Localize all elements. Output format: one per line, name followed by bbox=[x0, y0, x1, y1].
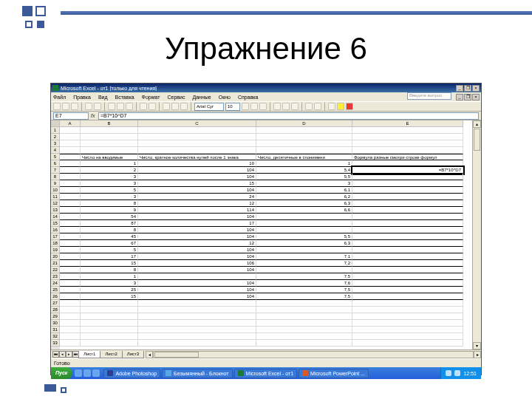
cell[interactable]: 104 bbox=[138, 187, 256, 194]
ql-icon[interactable] bbox=[75, 369, 82, 377]
cell[interactable] bbox=[60, 300, 81, 307]
cell[interactable] bbox=[60, 340, 81, 347]
cell[interactable] bbox=[60, 293, 81, 300]
cell[interactable] bbox=[352, 333, 463, 340]
row-header[interactable]: 32 bbox=[51, 333, 60, 340]
cell[interactable] bbox=[60, 194, 81, 200]
cell[interactable]: 3 bbox=[81, 280, 138, 287]
cell[interactable] bbox=[352, 320, 463, 327]
scroll-up-button[interactable]: ▴ bbox=[473, 120, 481, 128]
cell[interactable] bbox=[60, 187, 81, 194]
cell[interactable]: 54 bbox=[81, 214, 138, 220]
cell[interactable]: 6,3 bbox=[256, 240, 352, 247]
cell[interactable]: 5 bbox=[81, 247, 138, 253]
fx-icon[interactable]: fx bbox=[91, 113, 98, 118]
cell[interactable]: 3 bbox=[81, 180, 138, 187]
row-header[interactable]: 27 bbox=[51, 300, 60, 307]
cell[interactable]: 104 bbox=[138, 227, 256, 233]
hscroll-thumb[interactable] bbox=[154, 352, 199, 358]
print-button[interactable] bbox=[85, 103, 92, 110]
row-header[interactable]: 10 bbox=[51, 187, 60, 194]
cell[interactable]: Число, десятичные в спонимени bbox=[256, 154, 352, 160]
cell[interactable]: 6,6 bbox=[256, 207, 352, 214]
row-header[interactable]: 13 bbox=[51, 207, 60, 214]
cell[interactable] bbox=[60, 233, 81, 240]
new-button[interactable] bbox=[53, 103, 61, 110]
row-header[interactable]: 2 bbox=[51, 134, 60, 140]
cell[interactable] bbox=[60, 227, 81, 233]
cell[interactable] bbox=[81, 327, 138, 333]
sheet-tab-2[interactable]: Лист2 bbox=[100, 351, 122, 358]
row-header[interactable]: 1 bbox=[51, 127, 60, 134]
cell[interactable]: 8 bbox=[81, 200, 138, 207]
cell[interactable] bbox=[352, 194, 463, 200]
cell[interactable] bbox=[81, 127, 138, 134]
undo-button[interactable] bbox=[140, 103, 147, 110]
cell[interactable] bbox=[256, 327, 352, 333]
cell[interactable] bbox=[81, 320, 138, 327]
cell[interactable] bbox=[256, 300, 352, 307]
cell[interactable] bbox=[352, 227, 463, 233]
horizontal-scrollbar[interactable]: ◂ ▸ bbox=[146, 350, 481, 358]
cell[interactable] bbox=[138, 307, 256, 313]
col-header-c[interactable]: C bbox=[138, 120, 256, 127]
redo-button[interactable] bbox=[149, 103, 156, 110]
cell[interactable] bbox=[352, 200, 463, 207]
cell[interactable] bbox=[138, 127, 256, 134]
row-header[interactable]: 14 bbox=[51, 214, 60, 220]
cell[interactable] bbox=[60, 287, 81, 293]
cell[interactable] bbox=[138, 147, 256, 154]
cell[interactable] bbox=[81, 147, 138, 154]
cell[interactable] bbox=[60, 127, 81, 134]
italic-button[interactable] bbox=[250, 103, 258, 110]
row-header[interactable]: 25 bbox=[51, 287, 60, 293]
cell[interactable]: 104 bbox=[138, 253, 256, 260]
cell[interactable]: 3 bbox=[81, 174, 138, 180]
paste-button[interactable] bbox=[126, 103, 133, 110]
cell[interactable] bbox=[60, 180, 81, 187]
cell[interactable]: 104 bbox=[138, 287, 256, 293]
minimize-button[interactable]: _ bbox=[456, 85, 463, 92]
cell[interactable] bbox=[60, 313, 81, 320]
underline-button[interactable] bbox=[259, 103, 267, 110]
cell[interactable] bbox=[352, 280, 463, 287]
menu-insert[interactable]: Вставка bbox=[115, 95, 134, 100]
tray-icon[interactable] bbox=[454, 370, 460, 376]
cell[interactable] bbox=[352, 187, 463, 194]
col-header-a[interactable]: A bbox=[60, 120, 81, 127]
col-header-d[interactable]: D bbox=[256, 120, 352, 127]
row-header[interactable]: 30 bbox=[51, 320, 60, 327]
cell[interactable] bbox=[60, 240, 81, 247]
cell[interactable] bbox=[352, 287, 463, 293]
preview-button[interactable] bbox=[94, 103, 101, 110]
row-header[interactable]: 18 bbox=[51, 240, 60, 247]
cell[interactable] bbox=[256, 127, 352, 134]
cell[interactable]: 5 bbox=[81, 187, 138, 194]
sheet-tab-1[interactable]: Лист1 bbox=[78, 351, 100, 358]
tab-prev-button[interactable]: ◂ bbox=[59, 351, 66, 358]
sum-button[interactable] bbox=[163, 103, 170, 110]
menu-file[interactable]: Файл bbox=[53, 95, 66, 100]
cell[interactable]: 104 bbox=[138, 293, 256, 300]
cell[interactable]: 5,4 bbox=[256, 167, 352, 174]
cell[interactable] bbox=[60, 134, 81, 140]
cell[interactable]: 104 bbox=[138, 280, 256, 287]
cell[interactable] bbox=[60, 253, 81, 260]
cell[interactable] bbox=[60, 273, 81, 280]
chart-button[interactable] bbox=[180, 103, 188, 110]
cell[interactable]: 10 bbox=[138, 160, 256, 167]
cell[interactable]: 15 bbox=[138, 180, 256, 187]
cell[interactable]: 104 bbox=[138, 174, 256, 180]
row-header[interactable]: 31 bbox=[51, 327, 60, 333]
cell[interactable] bbox=[138, 134, 256, 140]
cell[interactable]: 25 bbox=[81, 287, 138, 293]
copy-button[interactable] bbox=[117, 103, 124, 110]
scroll-thumb[interactable] bbox=[474, 129, 480, 151]
cell[interactable]: 17 bbox=[138, 220, 256, 227]
doc-close-button[interactable]: × bbox=[472, 94, 480, 100]
row-header[interactable]: 33 bbox=[51, 340, 60, 347]
cell[interactable]: 87 bbox=[81, 220, 138, 227]
align-left-button[interactable] bbox=[273, 103, 281, 110]
col-header-e[interactable]: E bbox=[352, 120, 463, 127]
cell[interactable] bbox=[60, 307, 81, 313]
